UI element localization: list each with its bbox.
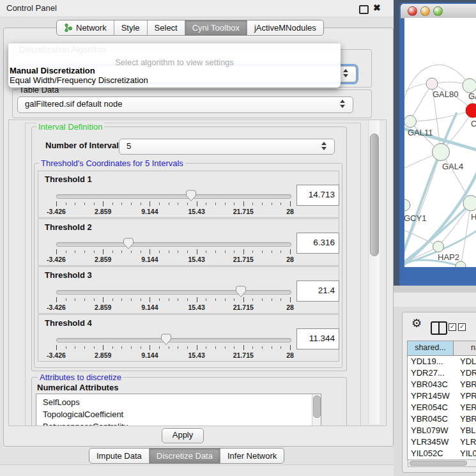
algorithm-option[interactable]: Equal Width/Frequency Discretization bbox=[8, 75, 342, 85]
tick-mark bbox=[290, 345, 291, 350]
select-columns-icon[interactable]: ✓ ✓ bbox=[449, 323, 466, 331]
panel-title: Control Panel bbox=[6, 3, 57, 13]
threshold-slider[interactable] bbox=[56, 194, 290, 199]
table-row[interactable]: YDL19...YDL1 bbox=[408, 356, 476, 367]
scrollbar-thumb[interactable] bbox=[410, 461, 467, 466]
tick-mark bbox=[178, 346, 178, 349]
stepper-arrows-icon[interactable] bbox=[321, 142, 328, 151]
tab-label: Infer Network bbox=[227, 451, 277, 461]
tick-mark bbox=[121, 298, 122, 301]
threshold-slider[interactable] bbox=[56, 338, 290, 343]
threshold-slider[interactable] bbox=[56, 242, 290, 247]
tick-label: 15.43 bbox=[188, 303, 204, 311]
network-node[interactable] bbox=[456, 261, 466, 267]
threshold-panel: Threshold 3 -3.4262.8599.14415.4321.7152… bbox=[38, 266, 339, 314]
network-graph[interactable]: GAL80GAGAL11CGAL4HGCY1HAP2 bbox=[404, 18, 476, 267]
slider-tick-labels: -3.4262.8599.14415.4321.71528 bbox=[56, 208, 290, 215]
attribute-item[interactable]: BetweennessCentrality bbox=[36, 420, 321, 426]
scrollbar-thumb[interactable] bbox=[313, 395, 321, 418]
tick-mark bbox=[94, 346, 95, 349]
network-node[interactable] bbox=[433, 242, 444, 252]
slider-track[interactable] bbox=[56, 242, 291, 247]
table-cell: YER054C bbox=[408, 402, 457, 413]
stepper-arrows-icon[interactable] bbox=[343, 69, 349, 78]
zoom-light[interactable] bbox=[433, 6, 443, 16]
stepper-arrows-icon[interactable] bbox=[340, 100, 346, 109]
tab-select[interactable]: Select bbox=[148, 20, 185, 35]
tick-mark bbox=[112, 250, 113, 253]
tick-mark bbox=[159, 250, 160, 253]
close-light[interactable] bbox=[408, 6, 417, 16]
threshold-value-field[interactable]: 21.4 bbox=[296, 280, 339, 302]
tick-mark bbox=[206, 203, 206, 205]
table-row[interactable]: YDR27...YDR2 bbox=[408, 367, 476, 379]
column-header-name[interactable]: na bbox=[454, 341, 476, 355]
columns-icon[interactable] bbox=[431, 321, 447, 335]
table-row[interactable]: YIL052CYIL0 bbox=[408, 448, 476, 459]
tick-label: 2.859 bbox=[95, 208, 111, 215]
network-node[interactable] bbox=[404, 199, 410, 211]
table-data-combobox[interactable]: galFiltered.sif default node bbox=[17, 96, 353, 113]
tick-mark bbox=[252, 346, 253, 349]
network-edge[interactable] bbox=[410, 84, 432, 121]
tab-discretize-data[interactable]: Discretize Data bbox=[150, 449, 220, 463]
network-node[interactable] bbox=[433, 144, 450, 161]
apply-button[interactable]: Apply bbox=[162, 428, 204, 443]
threshold-slider[interactable] bbox=[56, 290, 290, 295]
panel-gap bbox=[394, 286, 476, 293]
gear-icon[interactable]: ⚙ bbox=[411, 318, 422, 329]
network-node[interactable] bbox=[463, 196, 476, 211]
tab-network[interactable]: Network bbox=[57, 20, 114, 35]
network-node[interactable] bbox=[426, 78, 438, 89]
tick-mark bbox=[131, 298, 132, 301]
float-icon[interactable] bbox=[359, 5, 369, 14]
tab-label: Select bbox=[155, 23, 178, 33]
table-horizontal-scrollbar[interactable] bbox=[408, 459, 476, 467]
threshold-value-field[interactable]: 6.316 bbox=[296, 233, 339, 254]
threshold-value-field[interactable]: 14.713 bbox=[296, 185, 339, 206]
network-edge[interactable] bbox=[410, 111, 473, 121]
tick-mark bbox=[234, 298, 234, 301]
network-node-label: GA bbox=[468, 91, 476, 101]
table-row[interactable]: YER054CYER0 bbox=[408, 402, 476, 413]
tab-style[interactable]: Style bbox=[114, 20, 148, 35]
network-canvas[interactable]: GAL80GAGAL11CGAL4HGCY1HAP2 bbox=[404, 18, 476, 267]
table-row[interactable]: YBL079WYBL0 bbox=[408, 425, 476, 436]
tick-mark bbox=[112, 298, 113, 301]
network-window-titlebar[interactable] bbox=[401, 4, 476, 19]
number-of-intervals-spinner[interactable]: 5 bbox=[119, 139, 335, 155]
table-row[interactable]: YBR043CYBR0 bbox=[408, 379, 476, 390]
slider-track[interactable] bbox=[56, 338, 291, 342]
close-icon[interactable]: ✖ bbox=[373, 3, 381, 13]
minimize-light[interactable] bbox=[420, 6, 430, 16]
cyni-mode-tabs: Impute DataDiscretize DataInfer Network bbox=[89, 448, 284, 464]
slider-track[interactable] bbox=[56, 194, 291, 199]
tick-mark bbox=[141, 346, 141, 349]
table-row[interactable]: YPR145WYPR1 bbox=[408, 390, 476, 402]
settings-vertical-scrollbar[interactable] bbox=[368, 120, 380, 424]
tab-label: Network bbox=[76, 23, 107, 33]
attribute-item[interactable]: TopologicalCoefficient bbox=[36, 408, 321, 420]
column-header-shared-name[interactable]: shared... bbox=[408, 341, 454, 355]
tick-mark bbox=[131, 203, 132, 205]
tab-cyni-toolbox[interactable]: Cyni Toolbox bbox=[185, 20, 247, 35]
tick-mark bbox=[169, 346, 169, 349]
network-node[interactable] bbox=[404, 116, 417, 128]
algorithm-option[interactable]: Manual Discretization bbox=[8, 66, 342, 75]
attributes-list-scrollbar[interactable] bbox=[312, 394, 321, 426]
attributes-list[interactable]: SelfLoopsTopologicalCoefficientBetweenne… bbox=[36, 394, 321, 426]
columns-icon-divider bbox=[438, 323, 440, 334]
tab-infer-network[interactable]: Infer Network bbox=[220, 449, 284, 463]
slider-track[interactable] bbox=[56, 290, 291, 295]
table-row[interactable]: YBR045CYBR0 bbox=[408, 413, 476, 425]
threshold-value-field[interactable]: 11.344 bbox=[296, 328, 339, 349]
tab-impute-data[interactable]: Impute Data bbox=[89, 449, 150, 463]
scrollbar-thumb[interactable] bbox=[370, 134, 379, 256]
attribute-item[interactable]: SelfLoops bbox=[36, 394, 321, 408]
network-node[interactable] bbox=[463, 79, 476, 93]
table-row[interactable]: YLR345WYLR3 bbox=[408, 436, 476, 448]
slider-tick-labels: -3.4262.8599.14415.4321.71528 bbox=[56, 256, 290, 263]
tick-mark bbox=[159, 346, 160, 349]
tick-mark bbox=[178, 298, 178, 301]
tab-jactivemnodules[interactable]: jActiveMNodules bbox=[247, 20, 323, 35]
